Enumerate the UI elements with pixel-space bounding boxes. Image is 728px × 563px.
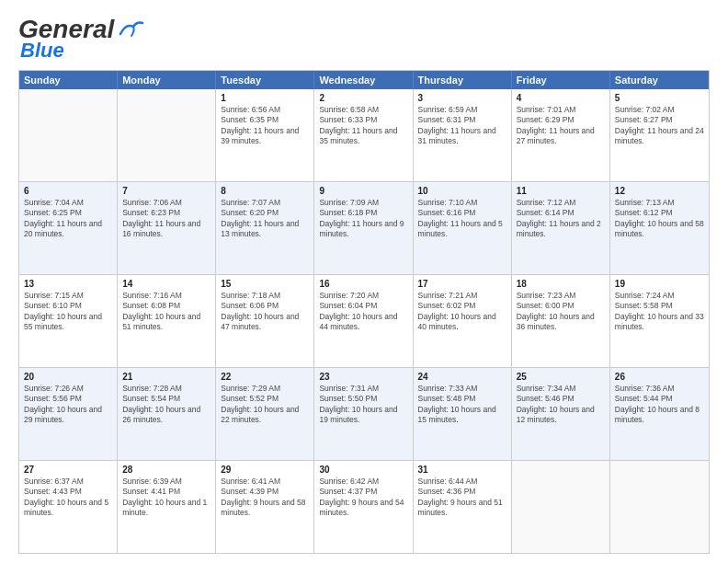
cal-cell-r0-c3: 2Sunrise: 6:58 AM Sunset: 6:33 PM Daylig… [314,89,413,181]
day-number-12: 12 [615,185,704,197]
cell-info-6: Sunrise: 7:04 AM Sunset: 6:25 PM Dayligh… [24,198,112,240]
cell-info-7: Sunrise: 7:06 AM Sunset: 6:23 PM Dayligh… [122,198,210,240]
cell-info-2: Sunrise: 6:58 AM Sunset: 6:33 PM Dayligh… [319,105,407,147]
day-number-9: 9 [319,185,407,197]
cell-info-20: Sunrise: 7:26 AM Sunset: 5:56 PM Dayligh… [24,384,112,426]
cell-info-4: Sunrise: 7:01 AM Sunset: 6:29 PM Dayligh… [517,105,605,147]
logo-blue-text: Blue [20,39,64,63]
day-number-4: 4 [517,92,605,104]
logo: General Blue [18,15,144,63]
header-saturday: Saturday [610,71,709,89]
day-number-23: 23 [319,371,407,383]
cell-info-15: Sunrise: 7:18 AM Sunset: 6:06 PM Dayligh… [221,291,309,333]
cal-cell-r0-c5: 4Sunrise: 7:01 AM Sunset: 6:29 PM Daylig… [512,89,610,181]
cal-cell-r4-c4: 31Sunrise: 6:44 AM Sunset: 4:36 PM Dayli… [414,461,512,553]
cal-cell-r2-c2: 15Sunrise: 7:18 AM Sunset: 6:06 PM Dayli… [216,275,314,367]
day-number-25: 25 [517,371,605,383]
cell-info-1: Sunrise: 6:56 AM Sunset: 6:35 PM Dayligh… [221,105,309,147]
cell-info-27: Sunrise: 6:37 AM Sunset: 4:43 PM Dayligh… [24,477,112,519]
cell-info-12: Sunrise: 7:13 AM Sunset: 6:12 PM Dayligh… [615,198,704,240]
day-number-13: 13 [24,278,112,290]
day-number-31: 31 [418,464,506,476]
cal-cell-r1-c5: 11Sunrise: 7:12 AM Sunset: 6:14 PM Dayli… [512,182,610,274]
logo-bird-icon [119,19,144,40]
calendar: Sunday Monday Tuesday Wednesday Thursday… [18,70,710,554]
cal-cell-r1-c4: 10Sunrise: 7:10 AM Sunset: 6:16 PM Dayli… [414,182,512,274]
day-number-24: 24 [418,371,506,383]
cal-cell-r0-c1 [118,89,216,181]
page: General Blue Sunday Monday Tuesday Wedne… [0,0,728,563]
cell-info-31: Sunrise: 6:44 AM Sunset: 4:36 PM Dayligh… [418,477,506,519]
cal-cell-r1-c2: 8Sunrise: 7:07 AM Sunset: 6:20 PM Daylig… [216,182,314,274]
cell-info-18: Sunrise: 7:23 AM Sunset: 6:00 PM Dayligh… [517,291,605,333]
cal-cell-r2-c3: 16Sunrise: 7:20 AM Sunset: 6:04 PM Dayli… [314,275,413,367]
day-number-20: 20 [24,371,112,383]
day-number-7: 7 [122,185,210,197]
cell-info-30: Sunrise: 6:42 AM Sunset: 4:37 PM Dayligh… [319,477,407,519]
day-number-15: 15 [221,278,309,290]
calendar-row-2: 13Sunrise: 7:15 AM Sunset: 6:10 PM Dayli… [19,274,709,367]
day-number-16: 16 [319,278,407,290]
calendar-row-4: 27Sunrise: 6:37 AM Sunset: 4:43 PM Dayli… [19,460,709,553]
cell-info-21: Sunrise: 7:28 AM Sunset: 5:54 PM Dayligh… [122,384,210,426]
cell-info-11: Sunrise: 7:12 AM Sunset: 6:14 PM Dayligh… [517,198,605,240]
day-number-2: 2 [319,92,407,104]
cal-cell-r0-c6: 5Sunrise: 7:02 AM Sunset: 6:27 PM Daylig… [610,89,709,181]
header-tuesday: Tuesday [216,71,314,89]
cell-info-9: Sunrise: 7:09 AM Sunset: 6:18 PM Dayligh… [319,198,407,240]
day-number-21: 21 [122,371,210,383]
day-number-6: 6 [24,185,112,197]
day-number-28: 28 [122,464,210,476]
day-number-5: 5 [615,92,704,104]
header-friday: Friday [512,71,610,89]
cal-cell-r3-c3: 23Sunrise: 7:31 AM Sunset: 5:50 PM Dayli… [314,368,413,460]
cal-cell-r2-c6: 19Sunrise: 7:24 AM Sunset: 5:58 PM Dayli… [610,275,709,367]
header-thursday: Thursday [414,71,512,89]
day-number-11: 11 [517,185,605,197]
cell-info-16: Sunrise: 7:20 AM Sunset: 6:04 PM Dayligh… [319,291,407,333]
cal-cell-r0-c4: 3Sunrise: 6:59 AM Sunset: 6:31 PM Daylig… [414,89,512,181]
day-number-14: 14 [122,278,210,290]
cal-cell-r2-c0: 13Sunrise: 7:15 AM Sunset: 6:10 PM Dayli… [19,275,118,367]
day-number-1: 1 [221,92,309,104]
cal-cell-r4-c0: 27Sunrise: 6:37 AM Sunset: 4:43 PM Dayli… [19,461,118,553]
cal-cell-r3-c2: 22Sunrise: 7:29 AM Sunset: 5:52 PM Dayli… [216,368,314,460]
cal-cell-r4-c5 [512,461,610,553]
day-number-19: 19 [615,278,704,290]
cell-info-24: Sunrise: 7:33 AM Sunset: 5:48 PM Dayligh… [418,384,506,426]
calendar-body: 1Sunrise: 6:56 AM Sunset: 6:35 PM Daylig… [19,89,709,553]
header: General Blue [18,15,710,63]
cal-cell-r2-c5: 18Sunrise: 7:23 AM Sunset: 6:00 PM Dayli… [512,275,610,367]
cal-cell-r3-c4: 24Sunrise: 7:33 AM Sunset: 5:48 PM Dayli… [414,368,512,460]
cal-cell-r2-c1: 14Sunrise: 7:16 AM Sunset: 6:08 PM Dayli… [118,275,216,367]
cal-cell-r4-c6 [610,461,709,553]
day-number-29: 29 [221,464,309,476]
cell-info-22: Sunrise: 7:29 AM Sunset: 5:52 PM Dayligh… [221,384,309,426]
cell-info-5: Sunrise: 7:02 AM Sunset: 6:27 PM Dayligh… [615,105,704,147]
cal-cell-r3-c6: 26Sunrise: 7:36 AM Sunset: 5:44 PM Dayli… [610,368,709,460]
cal-cell-r1-c6: 12Sunrise: 7:13 AM Sunset: 6:12 PM Dayli… [610,182,709,274]
cell-info-13: Sunrise: 7:15 AM Sunset: 6:10 PM Dayligh… [24,291,112,333]
cell-info-17: Sunrise: 7:21 AM Sunset: 6:02 PM Dayligh… [418,291,506,333]
day-number-3: 3 [418,92,506,104]
day-number-30: 30 [319,464,407,476]
cell-info-29: Sunrise: 6:41 AM Sunset: 4:39 PM Dayligh… [221,477,309,519]
calendar-row-3: 20Sunrise: 7:26 AM Sunset: 5:56 PM Dayli… [19,367,709,460]
day-number-27: 27 [24,464,112,476]
cell-info-25: Sunrise: 7:34 AM Sunset: 5:46 PM Dayligh… [517,384,605,426]
cell-info-8: Sunrise: 7:07 AM Sunset: 6:20 PM Dayligh… [221,198,309,240]
cell-info-3: Sunrise: 6:59 AM Sunset: 6:31 PM Dayligh… [418,105,506,147]
day-number-26: 26 [615,371,704,383]
calendar-header: Sunday Monday Tuesday Wednesday Thursday… [19,71,709,89]
cal-cell-r1-c3: 9Sunrise: 7:09 AM Sunset: 6:18 PM Daylig… [314,182,413,274]
cal-cell-r1-c0: 6Sunrise: 7:04 AM Sunset: 6:25 PM Daylig… [19,182,118,274]
cell-info-28: Sunrise: 6:39 AM Sunset: 4:41 PM Dayligh… [122,477,210,519]
day-number-10: 10 [418,185,506,197]
cell-info-10: Sunrise: 7:10 AM Sunset: 6:16 PM Dayligh… [418,198,506,240]
day-number-17: 17 [418,278,506,290]
calendar-row-1: 6Sunrise: 7:04 AM Sunset: 6:25 PM Daylig… [19,181,709,274]
cell-info-19: Sunrise: 7:24 AM Sunset: 5:58 PM Dayligh… [615,291,704,333]
header-sunday: Sunday [19,71,118,89]
cal-cell-r3-c5: 25Sunrise: 7:34 AM Sunset: 5:46 PM Dayli… [512,368,610,460]
day-number-22: 22 [221,371,309,383]
